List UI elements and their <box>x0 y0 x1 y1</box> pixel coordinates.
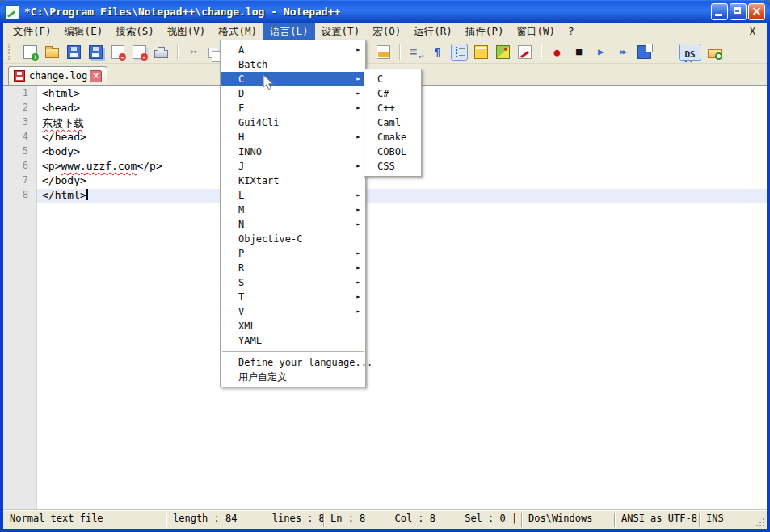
menubar-item-run[interactable]: 运行(R) <box>407 23 459 40</box>
menubar-item-search[interactable]: 搜索(S) <box>109 23 161 40</box>
doc-map-icon[interactable] <box>496 45 510 59</box>
language-menu-item-t[interactable]: T► <box>221 290 365 304</box>
submenu-arrow-icon: ► <box>356 261 360 275</box>
language-menu-item-batch[interactable]: Batch <box>221 57 365 72</box>
resize-grip[interactable] <box>755 517 765 527</box>
line-number: 3 <box>3 116 36 131</box>
function-list-icon[interactable] <box>518 45 532 59</box>
status-length-lines: length : 84 lines : 8 <box>166 513 323 527</box>
save-icon[interactable] <box>67 45 81 59</box>
language-menu-item-f[interactable]: F► <box>221 101 365 115</box>
language-menu-item-objective-c[interactable]: Objective-C <box>221 232 365 246</box>
language-menu-item-inno[interactable]: INNO <box>221 145 365 159</box>
notepadpp-window: *C:\Program Files\Notepad++\change.log -… <box>0 0 770 532</box>
c-submenu-item-cmake[interactable]: Cmake <box>364 130 421 145</box>
menubar-item-settings[interactable]: 设置(T) <box>315 23 367 40</box>
save-all-icon[interactable] <box>89 45 103 59</box>
word-wrap-icon[interactable] <box>409 45 423 59</box>
submenu-arrow-icon: ► <box>356 188 360 203</box>
language-menu-item-gui4cli[interactable]: Gui4Cli <box>221 115 365 130</box>
menu-item-label: KIXtart <box>238 175 280 186</box>
explorer-plugin-icon[interactable] <box>708 49 722 58</box>
menu-item-label: C <box>377 73 383 85</box>
cut-icon[interactable] <box>187 45 200 59</box>
language-menu-item-user-defined[interactable]: 用户自定义 <box>221 370 365 384</box>
maximize-button[interactable] <box>730 3 747 20</box>
menubar-item-file[interactable]: 文件(F) <box>6 23 58 40</box>
code-text: </p> <box>137 160 162 172</box>
menu-item-label: YAML <box>238 335 262 346</box>
save-macro-icon[interactable] <box>637 45 651 59</box>
show-all-chars-icon[interactable] <box>431 45 444 59</box>
tab-label: change.log <box>29 70 87 82</box>
window-title: *C:\Program Files\Notepad++\change.log -… <box>24 6 340 18</box>
language-menu-item-c[interactable]: C► <box>221 72 365 86</box>
code-line-current[interactable]: </html> <box>37 189 767 203</box>
submenu-arrow-icon: ► <box>356 246 360 261</box>
play-macro-icon[interactable] <box>594 45 608 59</box>
submenu-arrow-icon: ► <box>356 275 360 290</box>
sync-view-icon[interactable] <box>377 45 390 59</box>
c-submenu-item-c[interactable]: C <box>364 72 421 86</box>
toolbar-separator <box>541 44 541 60</box>
record-macro-icon[interactable] <box>550 45 564 59</box>
code-text: <html> <box>42 87 80 99</box>
c-submenu-item-caml[interactable]: Caml <box>364 115 421 130</box>
language-menu-item-kixtart[interactable]: KIXtart <box>221 174 365 188</box>
line-number: 5 <box>3 145 36 160</box>
toolbar-gripper[interactable] <box>8 44 12 60</box>
menu-item-label: V <box>238 306 244 317</box>
line-number: 2 <box>3 102 36 116</box>
menubar-item-format[interactable]: 格式(M) <box>212 23 263 40</box>
copy-icon[interactable] <box>208 48 217 58</box>
language-menu-item-p[interactable]: P► <box>221 246 365 261</box>
c-submenu-item-cobol[interactable]: COBOL <box>364 145 421 159</box>
menubar-item-plugins[interactable]: 插件(P) <box>459 23 511 40</box>
indent-guide-icon[interactable] <box>452 45 466 59</box>
close-doc-icon[interactable] <box>111 45 124 59</box>
minimize-button[interactable] <box>711 3 728 20</box>
tab-change-log[interactable]: change.log <box>8 66 107 85</box>
stop-macro-icon[interactable] <box>572 45 586 59</box>
user-define-dialog-icon[interactable] <box>474 45 488 59</box>
menubar-item-window[interactable]: 窗口(W) <box>510 23 562 40</box>
menu-bar: 文件(F)编辑(E)搜索(S)视图(V)格式(M)语言(L)设置(T)宏(O)运… <box>3 23 767 40</box>
language-menu-item-r[interactable]: R► <box>221 261 365 275</box>
close-all-docs-icon[interactable] <box>133 45 146 59</box>
run-macro-multiple-icon[interactable] <box>616 45 629 59</box>
open-folder-icon[interactable] <box>45 48 59 58</box>
print-icon[interactable] <box>154 50 168 58</box>
language-menu-item-d[interactable]: D► <box>221 86 365 101</box>
language-menu-item-define-your-language[interactable]: Define your language... <box>221 355 365 370</box>
menubar-item-view[interactable]: 视图(V) <box>161 23 212 40</box>
new-file-icon[interactable] <box>23 45 37 59</box>
close-button[interactable] <box>748 3 765 20</box>
c-submenu-item-c-plus-plus[interactable]: C++ <box>364 101 421 115</box>
menubar-item-language[interactable]: 语言(L) <box>263 23 315 40</box>
language-menu-item-v[interactable]: V► <box>221 304 365 319</box>
language-menu-item-h[interactable]: H► <box>221 130 365 145</box>
language-menu-item-j[interactable]: J► <box>221 159 365 174</box>
menubar-item-macro[interactable]: 宏(O) <box>366 23 407 40</box>
language-menu-item-yaml[interactable]: YAML <box>221 333 365 348</box>
text-caret <box>86 189 88 200</box>
menu-item-label: P <box>238 248 244 259</box>
language-menu-item-xml[interactable]: XML <box>221 319 365 333</box>
title-bar[interactable]: *C:\Program Files\Notepad++\change.log -… <box>0 0 770 23</box>
line-number: 1 <box>3 87 36 102</box>
language-menu-item-m[interactable]: M► <box>221 203 365 217</box>
language-menu-item-n[interactable]: N► <box>221 217 365 232</box>
status-bar: Normal text filelength : 84 lines : 8Ln … <box>3 510 767 529</box>
submenu-arrow-icon: ► <box>356 43 360 57</box>
language-menu-item-a[interactable]: A► <box>221 43 365 57</box>
menubar-item-edit[interactable]: 编辑(E) <box>58 23 110 40</box>
menubar-close-button[interactable]: X <box>750 26 755 37</box>
language-menu-item-l[interactable]: L► <box>221 188 365 203</box>
menubar-item-help[interactable]: ? <box>562 23 581 40</box>
c-submenu-item-css[interactable]: CSS <box>364 159 421 174</box>
status-doc-type: Normal text file <box>3 513 166 527</box>
tab-close-icon[interactable] <box>90 70 102 82</box>
language-menu-item-s[interactable]: S► <box>221 275 365 290</box>
c-submenu-item-c-sharp[interactable]: C# <box>364 86 421 101</box>
spell-check-icon[interactable]: DS <box>680 45 700 59</box>
